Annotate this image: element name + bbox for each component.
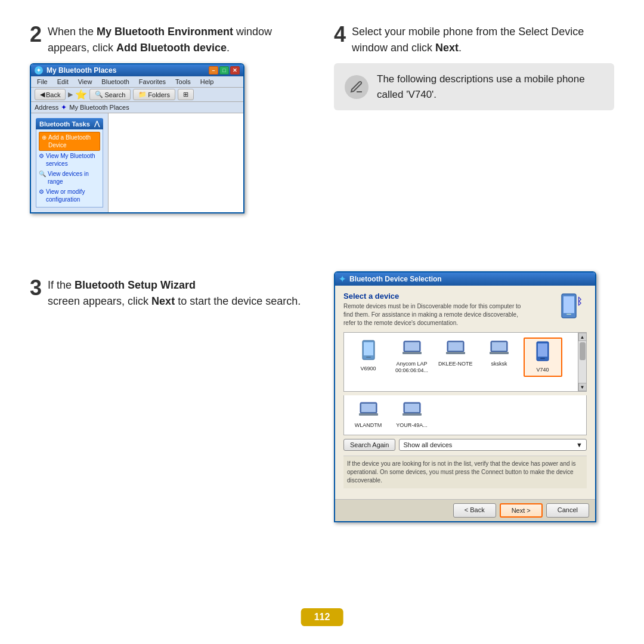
menu-tools[interactable]: Tools bbox=[173, 78, 193, 86]
view-button[interactable]: ⊞ bbox=[178, 89, 194, 100]
note-icon bbox=[345, 75, 369, 99]
device-grid: V6900 Anycom LAP00:06:06:04... bbox=[343, 332, 587, 392]
scroll-down-arrow[interactable]: ▼ bbox=[578, 383, 587, 391]
svg-rect-11 bbox=[448, 342, 463, 351]
folders-button[interactable]: 📁 Folders bbox=[133, 89, 175, 100]
svg-rect-9 bbox=[402, 352, 422, 354]
window-controls: – □ ✕ bbox=[209, 66, 240, 75]
menu-help[interactable]: Help bbox=[198, 78, 216, 86]
bluetooth-addr-icon: ✦ bbox=[61, 103, 67, 112]
back-button[interactable]: ◀ Back bbox=[35, 89, 66, 100]
menu-favorites[interactable]: Favorites bbox=[137, 78, 168, 86]
bt-window-content: Select a device Remote devices must be i… bbox=[335, 286, 595, 499]
back-arrow-icon: ◀ bbox=[40, 91, 45, 98]
bt-titlebar: ✦ Bluetooth Device Selection bbox=[335, 273, 595, 286]
v740-label: V740 bbox=[537, 367, 549, 373]
step3-container: 3 If the Bluetooth Setup Wizardscreen ap… bbox=[30, 277, 310, 562]
sidebar-item-my-bluetooth-services[interactable]: ⚙ View My Bluetooth services bbox=[39, 151, 100, 169]
back-button[interactable]: < Back bbox=[453, 503, 496, 518]
step2-number: 2 bbox=[30, 24, 42, 45]
search-icon: 🔍 bbox=[95, 91, 103, 98]
device-v6900[interactable]: V6900 bbox=[349, 338, 388, 374]
bt-device-icon: ᛒ bbox=[557, 292, 587, 321]
your49a-label: YOUR-49A... bbox=[396, 422, 428, 429]
sidebar-item-add-bluetooth[interactable]: ⊕ Add a Bluetooth Device bbox=[39, 132, 100, 151]
wlandtm-label: WLANDTM bbox=[355, 422, 382, 429]
device-grid-row2: WLANDTM YOUR-49A... bbox=[343, 395, 587, 435]
step2-container: 2 When the My Bluetooth Environment wind… bbox=[30, 24, 310, 253]
sidebar-section-title: Bluetooth Tasks ⋀ bbox=[36, 118, 103, 129]
step4-container: 4 Select your mobile phone from the Sele… bbox=[334, 24, 614, 253]
svg-rect-6 bbox=[366, 357, 371, 358]
device-grid-scrollbar[interactable]: ▲ ▼ bbox=[578, 333, 586, 391]
anycom-label: Anycom LAP00:06:06:04... bbox=[395, 361, 428, 374]
scroll-up-arrow[interactable]: ▲ bbox=[578, 333, 587, 341]
bt-window-title: Bluetooth Device Selection bbox=[349, 275, 442, 283]
toolbar: ◀ Back ▶ ⭐ 🔍 Search 📁 Folders ⊞ bbox=[31, 88, 243, 102]
menu-view[interactable]: View bbox=[76, 78, 95, 86]
menu-edit[interactable]: Edit bbox=[55, 78, 71, 86]
device-dklee[interactable]: DKLEE-NOTE bbox=[436, 338, 475, 370]
bt-description: Remote devices must be in Discoverable m… bbox=[343, 302, 528, 327]
view-devices-label: View devices in range bbox=[48, 170, 100, 185]
bt-search-row: Search Again Show all devices ▼ bbox=[343, 439, 587, 451]
address-value: My Bluetooth Places bbox=[69, 104, 129, 111]
separator: ▶ bbox=[68, 91, 73, 98]
v6900-icon bbox=[360, 340, 377, 364]
search-button[interactable]: 🔍 Search bbox=[89, 89, 131, 100]
main-area bbox=[109, 113, 243, 212]
dklee-icon bbox=[445, 340, 466, 360]
svg-rect-23 bbox=[405, 404, 419, 412]
sksksk-icon bbox=[488, 340, 510, 360]
step4-number: 4 bbox=[334, 24, 346, 45]
menu-bar: File Edit View Bluetooth Favorites Tools… bbox=[31, 76, 243, 88]
show-all-devices-dropdown[interactable]: Show all devices ▼ bbox=[399, 439, 587, 451]
device-wlandtm[interactable]: WLANDTM bbox=[349, 399, 388, 431]
config-icon: ⚙ bbox=[39, 188, 44, 196]
menu-bluetooth[interactable]: Bluetooth bbox=[99, 78, 131, 86]
device-v740[interactable]: V740 bbox=[524, 338, 562, 377]
sidebar: Bluetooth Tasks ⋀ ⊕ Add a Bluetooth Devi… bbox=[31, 113, 109, 212]
scroll-thumb[interactable] bbox=[580, 342, 586, 360]
collapse-icon[interactable]: ⋀ bbox=[94, 120, 100, 128]
device-anycom[interactable]: Anycom LAP00:06:06:04... bbox=[392, 338, 431, 376]
wlandtm-icon bbox=[358, 401, 379, 421]
menu-file[interactable]: File bbox=[35, 78, 50, 86]
maximize-btn[interactable]: □ bbox=[219, 66, 229, 75]
folders-label: Folders bbox=[148, 91, 170, 98]
bt-info-text: If the device you are looking for is not… bbox=[343, 456, 587, 488]
svg-rect-21 bbox=[359, 413, 378, 416]
address-bar: Address ✦ My Bluetooth Places bbox=[31, 102, 243, 113]
back-label: Back bbox=[46, 91, 60, 98]
device-sksksk[interactable]: sksksk bbox=[480, 338, 519, 370]
search-again-button[interactable]: Search Again bbox=[343, 439, 395, 451]
minimize-btn[interactable]: – bbox=[209, 66, 218, 75]
view-icon: ⊞ bbox=[183, 91, 188, 98]
next-button[interactable]: Next > bbox=[500, 503, 543, 518]
bluetooth-device-selection-window: ✦ Bluetooth Device Selection Select a de… bbox=[334, 271, 596, 522]
step2-text: When the My Bluetooth Environment window… bbox=[30, 24, 310, 56]
svg-rect-17 bbox=[538, 343, 547, 357]
step3-text: If the Bluetooth Setup Wizardscreen appe… bbox=[30, 277, 310, 309]
close-btn[interactable]: ✕ bbox=[230, 66, 240, 75]
dklee-label: DKLEE-NOTE bbox=[438, 361, 473, 367]
sidebar-item-modify-config[interactable]: ⚙ View or modify configuration bbox=[39, 187, 100, 205]
anycom-icon bbox=[401, 340, 423, 360]
svg-rect-2 bbox=[566, 314, 571, 315]
cancel-button[interactable]: Cancel bbox=[546, 503, 589, 518]
bt-button-row: < Back Next > Cancel bbox=[335, 499, 595, 521]
step4-text: Select your mobile phone from the Select… bbox=[334, 24, 614, 56]
step4-header: 4 Select your mobile phone from the Sele… bbox=[334, 24, 614, 56]
sidebar-item-view-devices[interactable]: 🔍 View devices in range bbox=[39, 169, 100, 187]
your49a-icon bbox=[401, 401, 423, 421]
svg-rect-1 bbox=[564, 296, 574, 313]
svg-rect-8 bbox=[405, 342, 419, 351]
bt-title-icon: ✦ bbox=[339, 274, 346, 284]
device-your49a[interactable]: YOUR-49A... bbox=[392, 399, 431, 431]
dropdown-arrow-icon: ▼ bbox=[576, 441, 583, 448]
window-title: My Bluetooth Places bbox=[47, 66, 205, 75]
forward-icon[interactable]: ⭐ bbox=[75, 89, 87, 100]
modify-config-label: View or modify configuration bbox=[46, 188, 100, 203]
svg-rect-18 bbox=[540, 358, 545, 359]
svg-rect-15 bbox=[490, 352, 509, 354]
